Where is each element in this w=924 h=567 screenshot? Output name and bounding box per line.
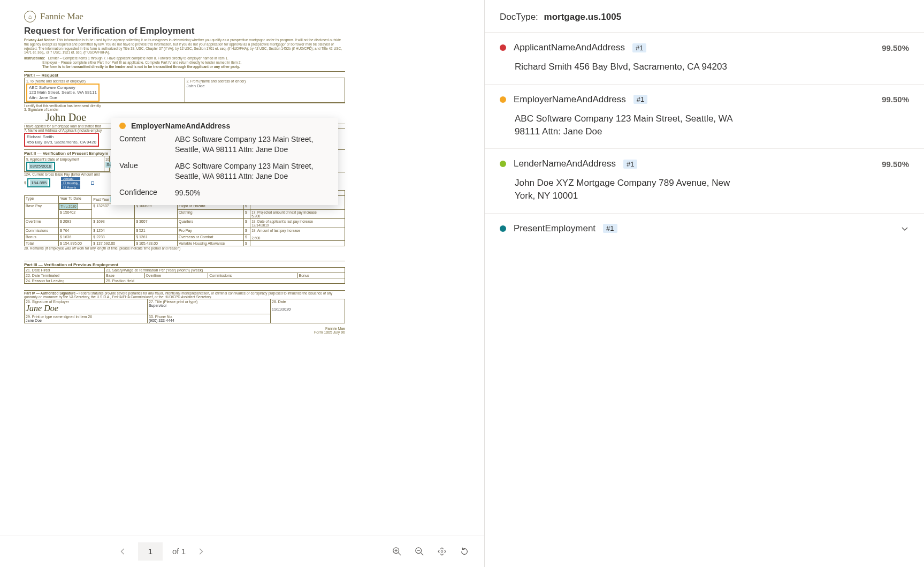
field-9-value: 08/25/2018 bbox=[29, 163, 52, 169]
field-18-val: 12/14/2019 bbox=[251, 223, 269, 227]
rotate-button[interactable] bbox=[459, 546, 470, 557]
field-item[interactable]: EmployerNameAndAddress#199.50%ABC Softwa… bbox=[485, 84, 924, 149]
tooltip-title: EmployerNameAndAddress bbox=[131, 122, 230, 130]
field-24: 24. Reason for Leaving bbox=[25, 278, 105, 283]
document-pane: ⌂ Fannie Mae Request for Verification of… bbox=[0, 0, 485, 567]
field-tooltip: EmployerNameAndAddress ContentABC Softwa… bbox=[111, 118, 338, 205]
brand-text: Fannie Mae bbox=[40, 11, 83, 22]
mil-overseas: Overseas or Combat bbox=[177, 234, 243, 240]
col-ytd: Year To Date bbox=[58, 195, 91, 203]
field-26: 26. Signature of Employer bbox=[26, 300, 69, 304]
mil-vha: Variable Housing Allowance bbox=[177, 240, 243, 246]
tooltip-dot-icon bbox=[119, 123, 126, 129]
col-type: Type bbox=[25, 195, 59, 203]
field-22: 22. Date Terminated bbox=[25, 273, 105, 278]
field-19: 19. Amount of last pay increase bbox=[251, 229, 300, 232]
field-name: EmployerNameAndAddress bbox=[514, 94, 626, 105]
tooltip-content-label: Content bbox=[119, 134, 167, 155]
field-dot-icon bbox=[500, 96, 506, 103]
privacy-text: This information is to be used by the ag… bbox=[24, 38, 342, 54]
highlight-applicant[interactable]: Richard Smith 456 Bay Blvd, Sacramento, … bbox=[24, 133, 99, 146]
tooltip-conf-value: 99.50% bbox=[175, 188, 330, 198]
field-item[interactable]: ApplicantNameAndAddress#199.50%Richard S… bbox=[485, 32, 924, 84]
field-badge: #1 bbox=[603, 224, 617, 233]
doctype-label: DocType: bbox=[500, 12, 538, 22]
doctype-header: DocType: mortgage.us.1005 bbox=[485, 0, 924, 32]
pager-bar: of 1 bbox=[0, 535, 484, 567]
field-1-label: 1. To (Name and address of employer) bbox=[26, 79, 86, 83]
field-12a-value: 154.895 bbox=[30, 180, 48, 186]
field-item[interactable]: LenderNameAndAddress#199.50%John Doe XYZ… bbox=[485, 148, 924, 213]
field-badge: #1 bbox=[623, 160, 637, 169]
fannie-mae-logo-icon: ⌂ bbox=[24, 11, 36, 22]
field-confidence: 99.50% bbox=[882, 43, 909, 52]
chip-hourly: Hourly bbox=[67, 186, 76, 189]
pager-total: 1 bbox=[181, 547, 186, 556]
part4-header: Part IV — Authorized Signature - bbox=[24, 291, 79, 295]
footer-1: Fannie Mae bbox=[325, 327, 345, 330]
zoom-in-button[interactable] bbox=[391, 546, 403, 557]
field-dot-icon bbox=[500, 44, 506, 51]
field-27: 27. Title (Please print or type) bbox=[149, 300, 197, 304]
document-viewport[interactable]: ⌂ Fannie Mae Request for Verification of… bbox=[0, 0, 484, 535]
prev-page-button[interactable] bbox=[118, 546, 128, 557]
field-2-label: 2. From (Name and address of lender) bbox=[187, 79, 246, 83]
field-23: 23. Salary/Wage at Termination Per (Year… bbox=[106, 268, 203, 272]
field-item[interactable]: PresentEmployment#1 bbox=[485, 213, 924, 245]
part3-header: Part III — Verification of Previous Empl… bbox=[24, 261, 345, 267]
row-overtime: Overtime bbox=[25, 218, 59, 228]
field-18: 18. Date of applicant's last pay increas… bbox=[251, 220, 313, 223]
results-pane: DocType: mortgage.us.1005 ApplicantNameA… bbox=[485, 0, 924, 567]
field-9-label: 9. Applicant's Date of Employment bbox=[26, 157, 79, 161]
mil-quarters: Quarters bbox=[177, 218, 243, 228]
field-25: 25. Position Held bbox=[105, 278, 345, 283]
tooltip-content-value: ABC Software Company 123 Main Street, Se… bbox=[175, 134, 330, 155]
field-dot-icon bbox=[500, 161, 506, 167]
employer-line1: ABC Software Company bbox=[29, 85, 75, 90]
pager-of-label: of bbox=[172, 547, 179, 556]
next-page-button[interactable] bbox=[195, 546, 206, 557]
field-badge: #1 bbox=[633, 95, 647, 104]
field-20: 20. Remarks (If employee was off work fo… bbox=[24, 246, 345, 250]
row-basepay: Base Pay bbox=[25, 203, 59, 218]
chevron-down-icon[interactable] bbox=[900, 224, 909, 233]
field-30-val: (900) 333-4444 bbox=[149, 319, 174, 322]
field-17-val: 5,200 bbox=[251, 214, 260, 218]
footer-2: Form 1005 July 96 bbox=[314, 330, 345, 334]
instr-employer: Employer – Please complete either Part I… bbox=[42, 61, 241, 64]
field-17: 17. Projected amount of next pay increas… bbox=[251, 210, 317, 214]
field-name: LenderNameAndAddress bbox=[514, 158, 616, 169]
signature-table: 26. Signature of EmployerJane Doe 27. Ti… bbox=[24, 299, 345, 323]
mil-clothing: Clothing bbox=[177, 209, 243, 218]
field-10-label: 10. bbox=[105, 157, 110, 161]
fit-page-button[interactable] bbox=[436, 546, 448, 557]
field-content: John Doe XYZ Mortgage Company 789 Avenue… bbox=[515, 177, 739, 202]
zoom-out-button[interactable] bbox=[414, 546, 425, 557]
applicant-line2: 456 Bay Blvd, Sacramento, CA 9420 bbox=[27, 140, 96, 145]
instructions-label: Instructions: bbox=[24, 56, 45, 60]
row-thru: Thru 2020 bbox=[59, 203, 78, 209]
employer-signature: Jane Doe bbox=[26, 304, 58, 313]
svg-point-2 bbox=[441, 550, 443, 553]
field-content: ABC Software Company 123 Main Street, Se… bbox=[515, 112, 739, 138]
chip-annual: Annual bbox=[61, 177, 80, 180]
applicant-line1: Richard Smith bbox=[27, 134, 54, 139]
field-confidence: 99.50% bbox=[882, 95, 909, 104]
field-29: 29. Print or type name signed in Item 26 bbox=[26, 315, 92, 319]
tooltip-conf-label: Confidence bbox=[119, 188, 167, 198]
field-content: Richard Smith 456 Bay Blvd, Sacramento, … bbox=[515, 61, 739, 73]
field-19-val: 2,600 bbox=[251, 236, 260, 240]
doctype-value: mortgage.us.1005 bbox=[544, 12, 622, 22]
highlight-employer[interactable]: ABC Software Company 123 Main Street, Se… bbox=[26, 84, 100, 102]
row-total: Total bbox=[25, 240, 59, 246]
field-name: PresentEmployment bbox=[514, 223, 595, 234]
mil-propay: Pro Pay bbox=[177, 228, 243, 234]
part1-header: Part I — Request bbox=[24, 71, 345, 78]
page-number-input[interactable] bbox=[138, 542, 163, 561]
tooltip-value-value: ABC Software Company 123 Main Street, Se… bbox=[175, 161, 330, 182]
tooltip-value-label: Value bbox=[119, 161, 167, 182]
instr-lender: Lender – Complete items 1 through 7. Hav… bbox=[48, 56, 228, 60]
field-27-val: Supervisor bbox=[149, 304, 166, 307]
chip-monthly: Monthly bbox=[67, 182, 78, 185]
field-30: 30. Phone No. bbox=[149, 315, 173, 319]
